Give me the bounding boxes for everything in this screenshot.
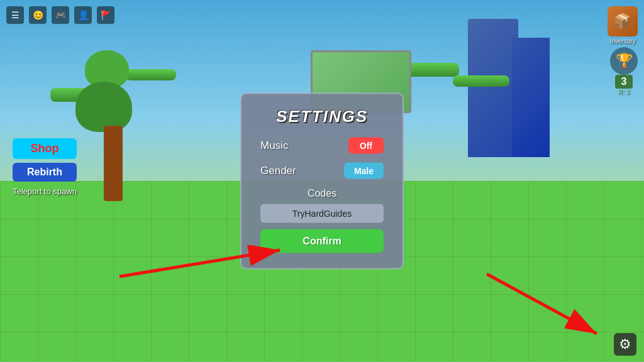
music-label: Music: [260, 140, 288, 152]
teleport-button[interactable]: Teleport to spawn: [13, 185, 77, 197]
tower-right-2: [512, 38, 550, 157]
inventory-icon[interactable]: 📦: [608, 6, 638, 36]
shop-button[interactable]: Shop: [13, 138, 77, 159]
menu-icon[interactable]: ☰: [6, 6, 24, 24]
settings-modal: SETTINGS Music Off Gender Male Codes Con…: [240, 93, 404, 270]
smiley-icon[interactable]: 😊: [29, 6, 47, 24]
codes-label: Codes: [260, 188, 384, 199]
left-ui-panel: Shop Rebirth Teleport to spawn: [13, 138, 77, 197]
tree-left: [94, 50, 132, 201]
trophy-icon[interactable]: 🏆: [610, 47, 638, 75]
inventory-label: Inventory: [609, 38, 635, 45]
platform-3: [453, 75, 509, 87]
gear-icon: ⚙: [619, 336, 631, 353]
gender-toggle-button[interactable]: Male: [344, 163, 384, 179]
settings-title: SETTINGS: [260, 107, 384, 126]
gear-settings-button[interactable]: ⚙: [614, 333, 636, 356]
tower-right-1: [468, 19, 518, 157]
player-icon[interactable]: 👤: [74, 6, 92, 24]
trophy-count: 3: [615, 75, 633, 89]
codes-section: Codes Confirm: [260, 188, 384, 253]
codes-input[interactable]: [260, 204, 384, 223]
platform-4: [126, 69, 176, 80]
gender-row: Gender Male: [260, 163, 384, 179]
top-icon-bar: ☰ 😊 🎮 👤 🚩: [6, 6, 114, 24]
rebirth-button[interactable]: Rebirth: [13, 163, 77, 182]
music-toggle-button[interactable]: Off: [348, 138, 384, 154]
confirm-button[interactable]: Confirm: [260, 229, 384, 253]
trophy-widget: 🏆 3 R: 3: [610, 47, 638, 96]
flag-icon[interactable]: 🚩: [97, 6, 114, 24]
controller-icon[interactable]: 🎮: [52, 6, 69, 24]
inventory-widget: 📦 Inventory: [608, 6, 638, 45]
gender-label: Gender: [260, 165, 296, 177]
music-row: Music Off: [260, 138, 384, 154]
trophy-sub-label: R: 3: [618, 89, 630, 96]
